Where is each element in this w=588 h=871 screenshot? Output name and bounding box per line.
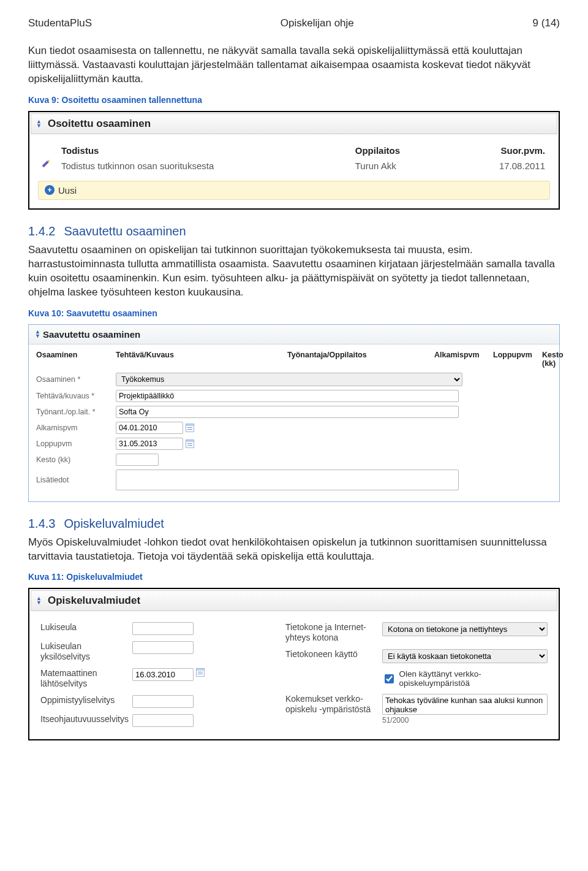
figure-caption-9: Kuva 9: Osoitettu osaaminen tallennettun… bbox=[28, 95, 560, 105]
paragraph-1: Kun tiedot osaamisesta on tallennettu, n… bbox=[28, 44, 560, 86]
input-lukiseulan-yksiloselvitys[interactable] bbox=[132, 641, 194, 654]
label-tietokoneen-kaytto: Tietokoneen käyttö bbox=[285, 649, 382, 660]
panel2-title: Saavutettu osaaminen bbox=[43, 329, 140, 340]
saavutettu-osaaminen-panel: ▲▼ Saavutettu osaaminen Osaaminen Tehtäv… bbox=[28, 324, 560, 502]
col-tehtava: Tehtävä/Kuvaus bbox=[116, 351, 287, 368]
select-tietokoneen-kaytto[interactable]: Ei käytä koskaan tietokonetta bbox=[382, 649, 548, 663]
col-todistus: Todistus bbox=[56, 143, 350, 158]
label-itseohjautuvuusselvitys: Itseohjautuvuusselvitys bbox=[40, 714, 132, 725]
heading-num: 1.4.2 bbox=[28, 224, 55, 238]
label-lisatiedot: Lisätiedot bbox=[36, 476, 116, 484]
col-kesto: Kesto (kk) bbox=[542, 351, 564, 368]
checkbox-label: Olen käyttänyt verkko-opiskeluympäristöä bbox=[399, 669, 548, 688]
figure-caption-10: Kuva 10: Saavutettu osaaminen bbox=[28, 308, 560, 318]
label-alkamispvm: Alkamispvm bbox=[36, 424, 116, 432]
col-suorpvm: Suor.pvm. bbox=[449, 143, 550, 158]
input-matemaattinen[interactable] bbox=[132, 668, 194, 681]
header-left: StudentaPluS bbox=[28, 17, 281, 29]
plus-icon: + bbox=[45, 185, 55, 195]
header-center: Opiskelijan ohje bbox=[281, 17, 533, 29]
opiskeluvalmiudet-panel: ▲▼ Opiskeluvalmiudet Lukiseula Lukiseula… bbox=[28, 588, 560, 740]
col-alkamispvm: Alkamispvm bbox=[434, 351, 493, 368]
table-row: Todistus tutkinnon osan suorituksesta Tu… bbox=[38, 158, 550, 173]
panel1-title: Osoitettu osaaminen bbox=[48, 118, 151, 130]
header-right: 9 (14) bbox=[533, 17, 560, 29]
calendar-icon[interactable] bbox=[196, 668, 205, 677]
figure-caption-11: Kuva 11: Opiskeluvalmiudet bbox=[28, 572, 560, 582]
label-tyonantaja: Työnant./op.lait. * bbox=[36, 408, 116, 416]
edit-icon[interactable] bbox=[41, 159, 53, 171]
label-tehtava: Tehtävä/kuvaus * bbox=[36, 392, 116, 400]
label-lukiseula: Lukiseula bbox=[40, 622, 132, 633]
cell-pvm: 17.08.2011 bbox=[449, 158, 550, 173]
calendar-icon[interactable] bbox=[186, 424, 194, 432]
panel2-titlebar[interactable]: ▲▼ Saavutettu osaaminen bbox=[29, 325, 559, 344]
input-oppimistyyliselvitys[interactable] bbox=[132, 695, 194, 708]
char-counter: 51/2000 bbox=[382, 716, 548, 725]
label-lukiseulan-yksiloselvitys: Lukiseulan yksilöselvitys bbox=[40, 641, 132, 662]
document-header: StudentaPluS Opiskelijan ohje 9 (14) bbox=[28, 17, 560, 29]
input-lukiseula[interactable] bbox=[132, 622, 194, 635]
input-tyonantaja[interactable] bbox=[116, 406, 459, 418]
label-kesto: Kesto (kk) bbox=[36, 455, 116, 464]
col-loppupvm: Loppupvm bbox=[493, 351, 542, 368]
sort-icon[interactable]: ▲▼ bbox=[35, 330, 40, 338]
heading-num: 1.4.3 bbox=[28, 517, 55, 530]
select-tietokone-internet[interactable]: Kotona on tietokone ja nettiyhteys bbox=[382, 622, 548, 636]
panel2-form: Osaaminen * Työkokemus Tehtävä/kuvaus * … bbox=[29, 373, 559, 501]
col-osaaminen: Osaaminen bbox=[36, 351, 116, 368]
panel2-columns: Osaaminen Tehtävä/Kuvaus Työnantaja/Oppi… bbox=[29, 344, 559, 373]
paragraph-3: Myös Opiskeluvalmiudet -lohkon tiedot ov… bbox=[28, 536, 560, 564]
cell-todistus: Todistus tutkinnon osan suorituksesta bbox=[56, 158, 350, 173]
textarea-kokemukset[interactable]: Tehokas työväline kunhan saa aluksi kunn… bbox=[382, 694, 548, 715]
uusi-label: Uusi bbox=[58, 185, 77, 196]
col-tyonantaja: Työnantaja/Oppilaitos bbox=[287, 351, 434, 368]
label-loppupvm: Loppupvm bbox=[36, 439, 116, 448]
input-alkamispvm[interactable] bbox=[116, 422, 183, 434]
paragraph-2: Saavutettu osaaminen on opiskelijan tai … bbox=[28, 243, 560, 300]
input-itseohjautuvuusselvitys[interactable] bbox=[132, 714, 194, 727]
textarea-lisatiedot[interactable] bbox=[116, 470, 459, 490]
checkbox-verkko-opiskelu[interactable] bbox=[385, 674, 394, 683]
panel3-title: Opiskeluvalmiudet bbox=[48, 595, 140, 607]
panel1-titlebar[interactable]: ▲▼ Osoitettu osaaminen bbox=[31, 113, 557, 134]
uusi-button[interactable]: + Uusi bbox=[38, 181, 550, 200]
input-tehtava[interactable] bbox=[116, 390, 459, 402]
osoitettu-table: Todistus Oppilaitos Suor.pvm. Todistus t… bbox=[38, 143, 550, 173]
heading-1-4-3: 1.4.3Opiskeluvalmiudet bbox=[28, 517, 560, 531]
select-osaaminen[interactable]: Työkokemus bbox=[116, 373, 462, 386]
osoitettu-osaaminen-panel: ▲▼ Osoitettu osaaminen Todistus Oppilait… bbox=[28, 111, 560, 210]
label-tietokone-internet: Tietokone ja Internet-yhteys kotona bbox=[285, 622, 382, 643]
panel3-titlebar[interactable]: ▲▼ Opiskeluvalmiudet bbox=[31, 590, 557, 611]
sort-icon[interactable]: ▲▼ bbox=[36, 120, 42, 128]
heading-title: Opiskeluvalmiudet bbox=[64, 517, 164, 530]
calendar-icon[interactable] bbox=[186, 439, 194, 448]
label-matemaattinen: Matemaattinen lähtöselvitys bbox=[40, 668, 132, 689]
input-kesto[interactable] bbox=[116, 454, 159, 466]
cell-oppilaitos: Turun Akk bbox=[350, 158, 450, 173]
heading-1-4-2: 1.4.2Saavutettu osaaminen bbox=[28, 224, 560, 238]
sort-icon[interactable]: ▲▼ bbox=[36, 596, 42, 605]
label-kokemukset: Kokemukset verkko-opiskelu -ympäristöstä bbox=[285, 694, 382, 715]
heading-title: Saavutettu osaaminen bbox=[64, 224, 186, 238]
input-loppupvm[interactable] bbox=[116, 438, 183, 450]
label-osaaminen: Osaaminen * bbox=[36, 375, 116, 384]
label-oppimistyyliselvitys: Oppimistyyliselvitys bbox=[40, 695, 132, 706]
col-oppilaitos: Oppilaitos bbox=[350, 143, 450, 158]
